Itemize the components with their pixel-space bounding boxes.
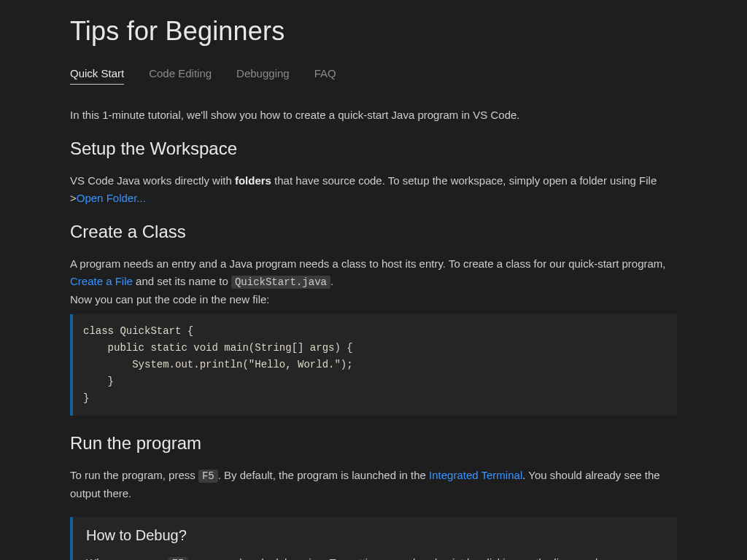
tab-quick-start[interactable]: Quick Start <box>70 67 124 85</box>
page-title: Tips for Beginners <box>70 16 677 47</box>
text: . <box>330 275 333 287</box>
text: To run the program, press <box>70 469 198 481</box>
section-setup-body: VS Code Java works directly with folders… <box>70 172 677 207</box>
section-setup-heading: Setup the Workspace <box>70 139 677 159</box>
f5-key: F5 <box>169 557 188 560</box>
open-folder-link[interactable]: Open Folder... <box>77 192 146 204</box>
section-run-body: To run the program, press F5. By default… <box>70 467 677 502</box>
text: . By default, the program is launched in… <box>218 469 429 481</box>
debug-callout: How to Debug? When you press F5, you are… <box>70 517 677 560</box>
section-run-heading: Run the program <box>70 433 677 454</box>
text: When you press <box>86 556 169 560</box>
filename-code: QuickStart.java <box>231 276 330 289</box>
intro-text: In this 1-minute tutorial, we'll show yo… <box>70 106 677 124</box>
text: , you are already debugging. Try setting… <box>187 556 616 560</box>
debug-callout-body: When you press F5, you are already debug… <box>86 554 664 560</box>
tab-code-editing[interactable]: Code Editing <box>149 67 212 85</box>
section-create-heading: Create a Class <box>70 222 677 242</box>
integrated-terminal-link[interactable]: Integrated Terminal <box>429 469 522 481</box>
tab-faq[interactable]: FAQ <box>314 67 336 85</box>
text: Now you can put the code in the new file… <box>70 293 270 306</box>
f5-key: F5 <box>198 470 218 483</box>
tab-debugging[interactable]: Debugging <box>236 67 290 85</box>
text: VS Code Java works directly with <box>70 174 235 187</box>
code-block-quickstart: class QuickStart { public static void ma… <box>70 314 677 416</box>
bold-folders: folders <box>235 174 271 187</box>
text: and set its name to <box>133 275 231 287</box>
create-file-link[interactable]: Create a File <box>70 275 133 287</box>
tab-bar: Quick Start Code Editing Debugging FAQ <box>70 67 677 85</box>
section-create-body: A program needs an entry and a Java prog… <box>70 255 677 308</box>
text: A program needs an entry and a Java prog… <box>70 257 666 270</box>
debug-callout-heading: How to Debug? <box>86 527 664 544</box>
